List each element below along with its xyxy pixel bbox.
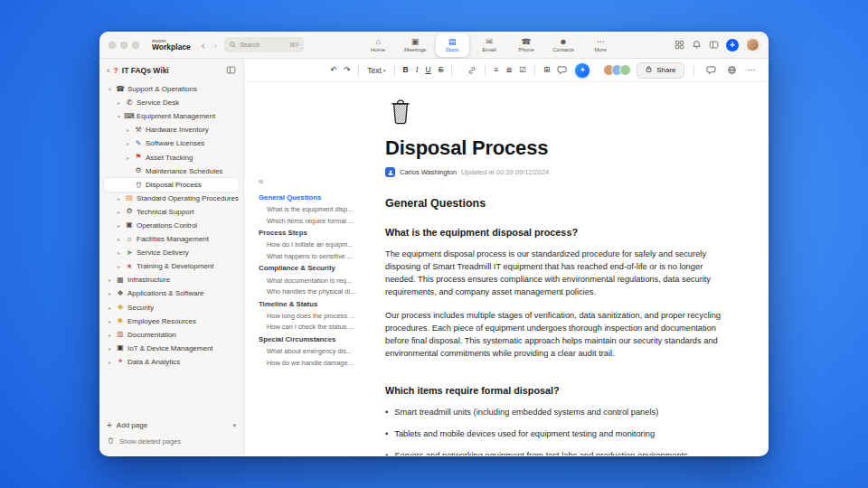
share-button[interactable]: Share xyxy=(637,62,684,79)
sidebar-item-data-analytics[interactable]: ▸✦Data & Analytics xyxy=(104,355,239,369)
sidebar-item-documentation[interactable]: ▸▥Documentation xyxy=(104,328,239,342)
checklist-button[interactable]: ☑ xyxy=(517,64,530,76)
chevron-right-icon[interactable]: ▸ xyxy=(125,155,131,161)
sidebar-item-maintenance-schedules[interactable]: ⚙Maintenance Schedules xyxy=(104,164,239,178)
outline-item[interactable]: Who handles the physical di... xyxy=(259,286,365,297)
new-button[interactable]: + xyxy=(726,39,739,52)
sidebar-item-iot-device-management[interactable]: ▸▣IoT & Device Management xyxy=(104,342,239,355)
sidebar-item-infrastructure[interactable]: ▸▦Infrastructure xyxy=(104,273,239,286)
undo-button[interactable]: ↶ xyxy=(327,64,339,76)
bullet-list-button[interactable]: ≡ xyxy=(491,64,501,76)
bullet-item[interactable]: Smart treadmill units (including embedde… xyxy=(385,407,725,418)
collaborator-avatar[interactable] xyxy=(619,64,631,76)
outline-item[interactable]: Process Steps xyxy=(259,227,365,239)
language-button[interactable] xyxy=(724,63,740,77)
numbered-list-button[interactable]: ≣ xyxy=(503,64,514,76)
chevron-down-icon[interactable]: ▾ xyxy=(107,86,113,92)
chevron-down-icon[interactable]: ▾ xyxy=(116,113,122,119)
link-button[interactable] xyxy=(465,64,479,77)
sidebar-item-service-desk[interactable]: ▸✆Service Desk xyxy=(104,96,239,109)
sidebar-item-facilities-management[interactable]: ▸⌂Facilities Management xyxy=(104,232,239,246)
paragraph-2[interactable]: Our process includes multiple stages of … xyxy=(385,309,725,361)
outline-item[interactable]: What is the equipment disp... xyxy=(259,204,365,216)
underline-button[interactable]: U xyxy=(423,64,434,76)
sidebar-item-hardware-inventory[interactable]: ▸⚒Hardware Inventory xyxy=(104,123,239,136)
sidebar-item-service-delivery[interactable]: ▸➤Service Delivery xyxy=(104,246,239,259)
chevron-right-icon[interactable]: ▸ xyxy=(107,332,113,338)
sidebar-back-button[interactable]: ‹ xyxy=(107,65,109,75)
outline-item[interactable]: What documentation is req... xyxy=(259,275,365,286)
outline-item[interactable]: How can I check the status ... xyxy=(259,322,365,333)
question-heading-1[interactable]: What is the equipment disposal process? xyxy=(385,227,725,238)
sidebar-item-employee-resources[interactable]: ▸☻Employee Resources xyxy=(104,314,239,328)
outline-item[interactable]: How do I initiate an equipm... xyxy=(259,239,365,251)
strikethrough-button[interactable]: S xyxy=(436,64,447,76)
chevron-right-icon[interactable]: ▸ xyxy=(125,127,131,133)
back-button[interactable]: ‹ xyxy=(200,40,207,51)
chevron-down-icon[interactable]: ▾ xyxy=(232,422,236,429)
tab-home[interactable]: ⌂Home xyxy=(362,33,395,57)
sidebar-item-security[interactable]: ▸◈Security xyxy=(104,301,239,314)
more-options-button[interactable]: ⋯ xyxy=(745,64,759,76)
sidebar-item-applications-software[interactable]: ▸❖Applications & Software xyxy=(104,286,239,300)
text-style-dropdown[interactable]: Text▾ xyxy=(364,64,388,77)
outline-item[interactable]: Compliance & Security xyxy=(259,262,365,275)
panel-toggle-icon[interactable] xyxy=(709,40,719,50)
chevron-right-icon[interactable]: ▸ xyxy=(107,305,113,311)
outline-collapse-icon[interactable]: « xyxy=(259,176,365,186)
sidebar-item-operations-control[interactable]: ▸▣Operations Control xyxy=(104,219,239,232)
chevron-right-icon[interactable]: ▸ xyxy=(116,99,122,106)
show-deleted-button[interactable]: Show deleted pages xyxy=(107,435,236,448)
chevron-right-icon[interactable]: ▸ xyxy=(125,140,131,146)
bold-button[interactable]: B xyxy=(401,64,411,76)
sidebar-item-support-operations[interactable]: ▾☎Support & Operations xyxy=(104,82,239,96)
chevron-right-icon[interactable]: ▸ xyxy=(116,249,122,256)
minimize-button[interactable] xyxy=(120,42,127,49)
document-title[interactable]: Disposal Process xyxy=(385,136,725,160)
bullet-item[interactable]: Tablets and mobile devices used for equi… xyxy=(385,428,725,439)
chevron-right-icon[interactable]: ▸ xyxy=(116,236,122,242)
chevron-right-icon[interactable]: ▸ xyxy=(107,345,113,352)
bullet-item[interactable]: Servers and networking equipment from te… xyxy=(385,450,725,455)
redo-button[interactable]: ↷ xyxy=(341,64,353,76)
sidebar-item-asset-tracking[interactable]: ▸⚑Asset Tracking xyxy=(104,150,239,164)
section-heading[interactable]: General Questions xyxy=(385,197,725,210)
insert-table-button[interactable]: ⊞ xyxy=(541,64,552,76)
user-avatar[interactable] xyxy=(746,38,760,52)
sidebar-item-standard-operating-procedures[interactable]: ▸▤Standard Operating Procedures xyxy=(104,192,239,205)
document-canvas[interactable]: Disposal Process Carlos Washington Updat… xyxy=(369,82,769,455)
chevron-right-icon[interactable]: ▸ xyxy=(116,209,122,215)
outline-item[interactable]: Which items require formal ... xyxy=(259,215,365,227)
outline-item[interactable]: Special Circumstances xyxy=(259,333,365,345)
outline-item[interactable]: How do we handle damage... xyxy=(259,357,365,369)
comment-button[interactable] xyxy=(554,63,570,77)
chevron-right-icon[interactable]: ▸ xyxy=(107,359,113,365)
tab-docs[interactable]: ▤Docs xyxy=(436,33,469,57)
ai-assistant-button[interactable]: ✦ xyxy=(575,63,590,78)
italic-button[interactable]: I xyxy=(413,64,421,76)
chevron-right-icon[interactable]: ▸ xyxy=(107,318,113,324)
tab-more[interactable]: ⋯More xyxy=(584,33,618,57)
apps-grid-icon[interactable] xyxy=(675,40,684,50)
chevron-right-icon[interactable]: ▸ xyxy=(116,222,122,229)
sidebar-item-software-licenses[interactable]: ▸✎Software Licenses xyxy=(104,136,239,150)
add-page-button[interactable]: + Add page ▾ xyxy=(107,418,236,432)
comments-button[interactable] xyxy=(703,63,719,77)
chevron-right-icon[interactable]: ▸ xyxy=(107,290,113,296)
forward-button[interactable]: › xyxy=(212,40,220,51)
global-search-input[interactable]: Search ⌘F xyxy=(224,37,304,52)
sidebar-item-training-development[interactable]: ▸★Training & Development xyxy=(104,259,239,273)
outline-item[interactable]: What about emergency dis... xyxy=(259,345,365,357)
close-button[interactable] xyxy=(108,42,116,49)
tab-phone[interactable]: ☎Phone xyxy=(510,33,543,57)
sidebar-collapse-icon[interactable] xyxy=(226,65,236,75)
chevron-right-icon[interactable]: ▸ xyxy=(116,195,122,202)
sidebar-item-equipment-management[interactable]: ▾⌨Equipment Management xyxy=(104,109,239,123)
sidebar-item-disposal-process[interactable]: Disposal Process xyxy=(104,178,239,192)
outline-item[interactable]: General Questions xyxy=(259,192,365,204)
outline-item[interactable]: What happens to sensitive ... xyxy=(259,250,365,262)
tab-meetings[interactable]: ▣Meetings xyxy=(399,33,432,57)
code-button[interactable] xyxy=(458,69,463,72)
paragraph-1[interactable]: The equipment disposal process is our st… xyxy=(385,248,725,299)
outline-item[interactable]: How long does the process ... xyxy=(259,310,365,322)
